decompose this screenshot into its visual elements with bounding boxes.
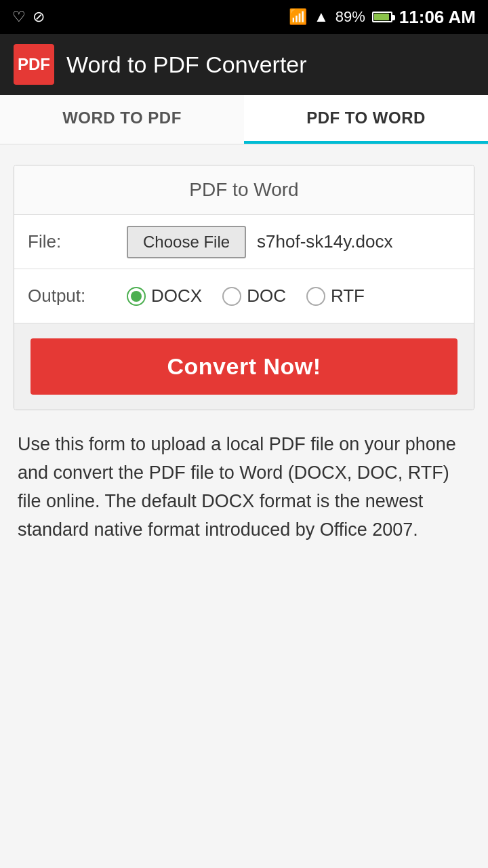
status-bar: ♡ ⊘ 📶 ▲ 89% 11:06 AM: [0, 0, 488, 34]
radio-label-rtf: RTF: [331, 285, 365, 307]
description-text: Use this form to upload a local PDF file…: [14, 431, 474, 544]
radio-circle-rtf: [306, 287, 325, 306]
battery-icon: [372, 12, 392, 22]
radio-label-docx: DOCX: [151, 285, 202, 307]
icon-block: ⊘: [33, 8, 45, 26]
choose-file-button[interactable]: Choose File: [127, 226, 246, 258]
output-field: DOCX DOC RTF: [116, 276, 474, 316]
file-field: Choose File s7hof-sk14y.docx: [116, 216, 474, 268]
battery-percent: 89%: [336, 8, 365, 26]
wifi-icon: 📶: [289, 8, 307, 26]
radio-rtf[interactable]: RTF: [306, 285, 365, 307]
radio-doc[interactable]: DOC: [222, 285, 286, 307]
tab-word-to-pdf[interactable]: WORD TO PDF: [0, 95, 244, 144]
convert-button[interactable]: Convert Now!: [30, 338, 458, 395]
radio-circle-doc: [222, 287, 241, 306]
file-label: File:: [14, 231, 116, 252]
file-row: File: Choose File s7hof-sk14y.docx: [14, 215, 474, 269]
output-row: Output: DOCX DOC RTF: [14, 269, 474, 323]
status-right: 📶 ▲ 89% 11:06 AM: [289, 7, 476, 28]
radio-label-doc: DOC: [247, 285, 286, 307]
form-card: PDF to Word File: Choose File s7hof-sk14…: [14, 165, 474, 410]
file-name-display: s7hof-sk14y.docx: [257, 231, 392, 252]
app-bar: PDF Word to PDF Converter: [0, 34, 488, 95]
icon-heart: ♡: [12, 8, 26, 26]
convert-row: Convert Now!: [14, 323, 474, 410]
tab-bar: WORD TO PDF PDF TO WORD: [0, 95, 488, 144]
radio-circle-docx: [127, 287, 146, 306]
app-logo: PDF: [14, 44, 54, 85]
tab-pdf-to-word[interactable]: PDF TO WORD: [244, 95, 488, 144]
app-title: Word to PDF Converter: [66, 52, 307, 78]
signal-icon: ▲: [314, 8, 329, 26]
output-label: Output:: [14, 285, 116, 307]
status-left-icons: ♡ ⊘: [12, 8, 45, 26]
output-options: DOCX DOC RTF: [127, 285, 365, 307]
status-time: 11:06 AM: [399, 7, 476, 28]
form-title: PDF to Word: [14, 165, 474, 215]
main-content: PDF to Word File: Choose File s7hof-sk14…: [0, 144, 488, 557]
radio-docx[interactable]: DOCX: [127, 285, 202, 307]
